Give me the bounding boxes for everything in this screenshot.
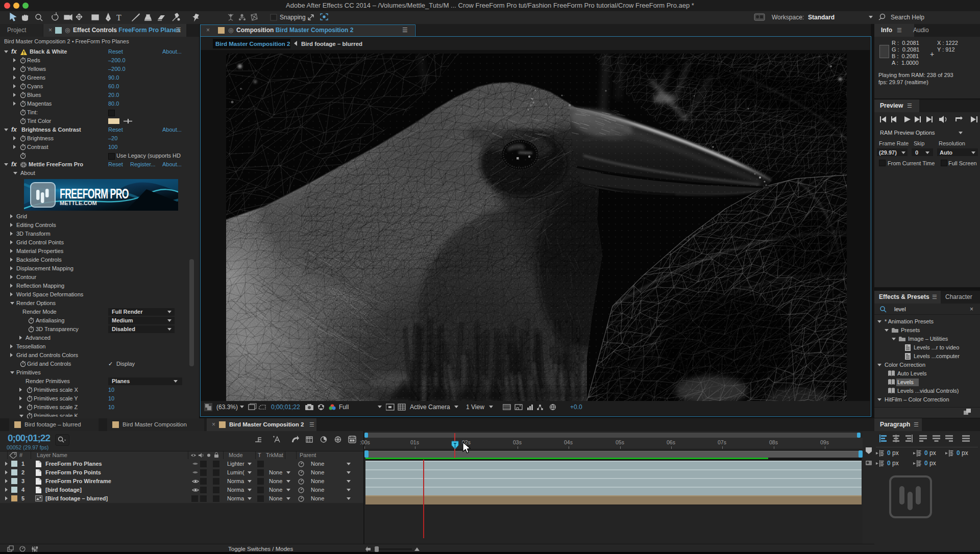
svg-text:Workspace:: Workspace: [772, 14, 804, 21]
svg-text:FREEFORM PRO: FREEFORM PRO [60, 186, 129, 202]
svg-text:Search Help: Search Help [891, 14, 924, 21]
svg-text:METTLE.COM: METTLE.COM [60, 200, 97, 206]
svg-text:Standard: Standard [808, 14, 835, 21]
svg-text:Snapping: Snapping [280, 14, 306, 21]
svg-text:T: T [116, 13, 121, 22]
